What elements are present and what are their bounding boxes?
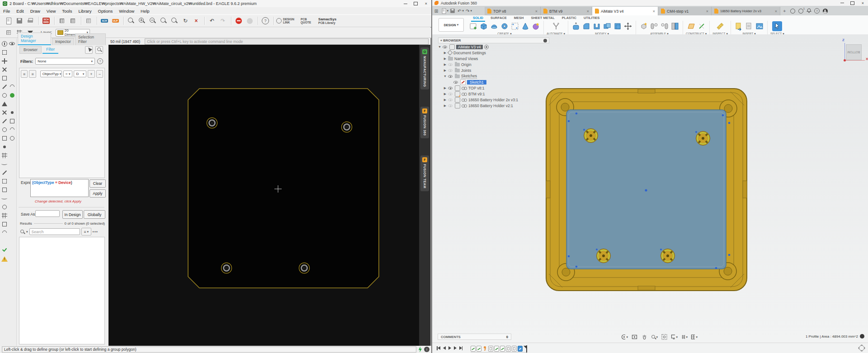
apply-button[interactable]: Apply [90,189,106,198]
grid-settings-icon[interactable] [681,334,688,340]
expand-arrow-icon[interactable]: ▶ [443,57,447,61]
expand-arrow-icon[interactable]: ▶ [443,51,447,55]
tree-item-label[interactable]: 18650 Battery Holder 2x v3:1 [468,98,518,102]
cancel-icon[interactable]: × [191,16,201,26]
browser-header[interactable]: « BROWSER [438,38,549,43]
construction-plane-icon[interactable] [686,21,696,31]
rotate-icon[interactable] [9,83,16,90]
tree-item-named-views[interactable]: ▶ Named Views [438,56,478,61]
condition-operator-select[interactable]: = [63,71,73,77]
redo-icon[interactable]: ↷ [465,7,473,15]
expand-arrow-icon[interactable]: ▶ [443,104,447,108]
menu-window[interactable]: Window [116,9,137,14]
viewcube-face[interactable]: BOTTOM [846,44,862,60]
new-component-icon[interactable] [639,21,649,31]
viewports-icon[interactable] [691,334,698,340]
menu-draw[interactable]: Draw [27,9,43,14]
menu-edit[interactable]: Edit [13,9,27,14]
menu-tools[interactable]: Tools [59,9,75,14]
insert-mesh-icon[interactable] [744,21,754,31]
insert-canvas-icon[interactable] [755,21,764,31]
tree-item-sketch1[interactable]: Sketch1 [438,79,486,85]
mounting-hole-1[interactable] [207,118,217,128]
ulp-icon[interactable]: ULP [110,16,120,26]
save-icon[interactable] [14,16,24,26]
expand-arrow-icon[interactable]: ▼ [443,75,447,78]
zoom-out-icon[interactable] [148,16,158,26]
group-icon[interactable] [9,92,16,99]
undo-icon[interactable]: ↶ [457,7,465,15]
design-workspace-select[interactable]: DESIGN [439,18,464,32]
menu-view[interactable]: View [43,9,59,14]
rect-icon[interactable] [9,118,16,125]
app-grid-icon[interactable]: ⊞ [432,7,440,15]
timeline-active-sketch-feature[interactable] [518,346,523,352]
in-design-button[interactable]: In Design [62,210,83,219]
timeline-component-feature[interactable] [512,346,517,352]
tree-item-label[interactable]: BTM v9:1 [468,92,485,96]
doc-tab-cm4-step-v1[interactable]: CM4-step v1× [658,7,712,15]
file-menu-icon[interactable] [440,7,448,15]
visibility-eye-icon[interactable] [448,74,453,79]
design-link-button[interactable]: DESIGNLINK [276,18,297,24]
tree-item-origin[interactable]: ▶ Origin [438,61,472,67]
zoom-fit-icon[interactable] [126,16,136,26]
create-form-icon[interactable] [531,21,541,31]
zoom-icon[interactable] [651,334,658,340]
pattern-icon[interactable] [510,21,520,31]
expression-box[interactable]: (ObjectType = Device) [30,179,89,197]
mounting-hole-4[interactable] [299,263,310,273]
fusion-maximize-button[interactable] [847,0,858,6]
move-icon[interactable] [1,57,8,65]
ratsnest-icon[interactable] [1,160,8,168]
tree-item-joints[interactable]: ▶ Joints [438,67,471,73]
doc-tab-aimate-v3-v4[interactable]: AiMate V3 v4× [592,7,658,15]
results-list[interactable] [19,237,105,344]
close-tab-icon[interactable]: × [772,9,777,14]
orbit-icon[interactable] [621,334,628,340]
eagle-board-canvas[interactable] [108,45,419,346]
info-icon[interactable] [1,40,8,47]
notification-icon[interactable]: ! [424,347,429,352]
move-copy-icon[interactable] [623,21,633,31]
measure-icon[interactable] [715,21,725,31]
tab-fusion-team[interactable]: F FUSION TEAM [420,155,429,191]
optimize-icon[interactable] [1,203,8,211]
expand-arrow-icon[interactable]: ▶ [443,98,447,102]
mark-icon[interactable] [1,229,8,236]
tree-item-battery-holder-v2[interactable]: ▶ 18650 Battery Holder v2:1 [438,103,513,108]
visibility-eye-icon[interactable] [448,104,453,108]
route-icon[interactable] [1,169,8,176]
result-list-options-icon[interactable]: ≡ [81,228,91,235]
tab-manufacturing[interactable]: O MANUFACTURING [420,47,429,89]
timeline-play-icon[interactable] [448,345,452,351]
menu-library[interactable]: Library [75,9,94,14]
errors-warning-icon[interactable] [1,255,8,263]
part-icon[interactable] [68,16,78,26]
dimension-icon[interactable] [1,221,8,228]
create-sketch-icon[interactable] [468,21,478,31]
close-tab-icon[interactable]: × [533,9,538,14]
timeline-step-forward-icon[interactable] [453,345,458,351]
globally-button[interactable]: Globally [84,210,105,219]
timeline-go-to-end-icon[interactable] [458,345,464,351]
board-outline[interactable] [188,89,379,288]
change-icon[interactable] [1,92,8,99]
drc-check-icon[interactable] [1,247,8,254]
timeline-sketch-feature[interactable] [476,346,481,352]
timeline-component-feature[interactable] [488,346,493,352]
stop-icon[interactable] [234,16,244,26]
help-icon[interactable]: ? [260,16,270,26]
visibility-eye-icon[interactable] [448,92,453,96]
as-built-joint-icon[interactable] [660,21,670,31]
redo-icon[interactable]: ↷ [218,16,228,26]
tree-item-document-settings[interactable]: ▶ Document Settings [438,50,486,56]
tree-item-top-v8[interactable]: ▶ TOP v8:1 [438,85,485,91]
tab-fusion-360[interactable]: F FUSION 360 [420,107,429,138]
filters-select[interactable]: None [35,58,95,65]
outdent-condition-icon[interactable]: ≡ [29,70,36,78]
help-icon[interactable]: ? [813,7,821,15]
viewcube[interactable]: Z BOTTOM X [840,38,868,64]
tree-item-label[interactable]: TOP v8:1 [468,86,485,90]
visibility-eye-icon[interactable] [448,86,453,90]
